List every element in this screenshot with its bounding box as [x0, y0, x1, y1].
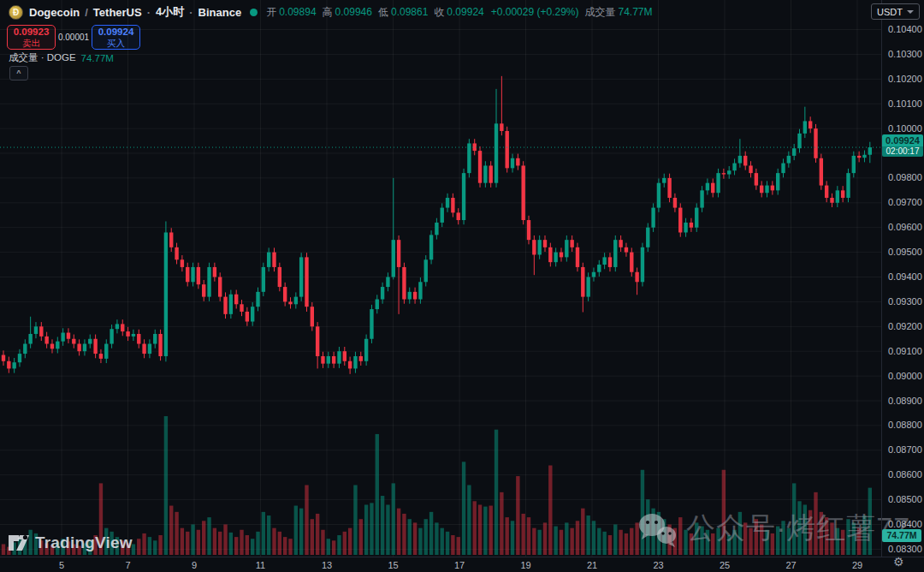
currency-toggle-button[interactable]: USDT: [871, 3, 920, 20]
symbol-title[interactable]: Dogecoin / TetherUS · 4小时 · Binance: [29, 4, 241, 20]
price-axis-label: 0.08800: [888, 420, 922, 430]
time-axis-label: 7: [125, 560, 130, 570]
price-axis-label: 0.08500: [888, 494, 922, 504]
price-axis-label: 0.09600: [888, 222, 922, 232]
tradingview-logo[interactable]: TradingView: [8, 533, 133, 553]
time-axis-label: 13: [322, 560, 332, 570]
header-volume: 成交量 74.77M: [585, 5, 653, 20]
sell-button[interactable]: 0.09923 卖出: [7, 25, 56, 50]
indicator-value: 74.77M: [81, 53, 114, 63]
volume-axis-badge: 74.77M: [882, 529, 921, 542]
time-axis-label: 5: [59, 560, 64, 570]
time-axis-label: 15: [388, 560, 398, 570]
price-axis-label: 0.09300: [888, 296, 922, 307]
symbol-header[interactable]: Ð Dogecoin / TetherUS · 4小时 · Binance 开 …: [9, 4, 653, 20]
last-price-value: 0.09924: [882, 134, 923, 146]
time-axis-label: 17: [454, 560, 465, 570]
price-axis-label: 0.09500: [888, 247, 922, 257]
time-axis-label: 9: [192, 560, 197, 570]
ohlc-high: 高 0.09946: [323, 5, 372, 20]
time-axis-label: 19: [520, 560, 530, 570]
volume-indicator-legend[interactable]: 成交量 · DOGE 74.77M: [9, 51, 114, 64]
time-axis[interactable]: 57911131517192123252729: [0, 557, 924, 572]
price-axis-label: 0.08900: [888, 396, 922, 406]
price-axis-label: 0.09000: [888, 371, 922, 381]
watermark: 公众号·烤红薯77: [635, 509, 910, 548]
time-axis-label: 25: [720, 560, 730, 570]
spread-value: 0.00001: [56, 33, 92, 42]
price-axis-label: 0.08700: [888, 444, 922, 455]
tradingview-logo-icon: [8, 533, 30, 553]
time-axis-label: 11: [256, 560, 265, 570]
time-axis-label: 23: [653, 560, 663, 570]
price-axis-label: 0.09400: [888, 271, 922, 282]
last-price-badge: 0.09924 02:00:17: [882, 134, 923, 157]
price-axis-label: 0.09200: [888, 321, 922, 331]
price-axis-label: 0.10400: [888, 24, 922, 34]
price-change: +0.00029 (+0.29%): [491, 6, 579, 18]
price-axis-label: 0.08300: [888, 544, 922, 554]
time-axis-label: 29: [852, 560, 862, 570]
market-status-icon: [250, 9, 258, 16]
tradingview-logo-text: TradingView: [35, 533, 133, 552]
price-axis-label: 0.09800: [888, 172, 922, 182]
chevron-down-icon: [907, 10, 914, 14]
candlestick-chart[interactable]: [0, 0, 924, 572]
indicator-name: 成交量 · DOGE: [9, 51, 76, 64]
price-axis-label: 0.10300: [888, 49, 922, 59]
time-axis-label: 21: [587, 560, 597, 570]
price-axis-label: 0.08400: [888, 519, 922, 529]
buy-button[interactable]: 0.09924 买入: [92, 25, 140, 50]
trade-panel: 0.09923 卖出 0.00001 0.09924 买入: [7, 25, 140, 50]
interval-label[interactable]: 4小时: [156, 4, 184, 20]
axis-settings-icon[interactable]: ⚙: [893, 555, 904, 569]
price-axis-label: 0.10200: [888, 74, 922, 84]
price-axis-label: 0.09100: [888, 346, 922, 356]
time-axis-label: 27: [785, 560, 796, 570]
price-axis-label: 0.08600: [888, 469, 922, 480]
wechat-icon: [635, 509, 679, 547]
price-axis-label: 0.10100: [888, 98, 922, 109]
ohlc-close: 收 0.09924: [434, 5, 483, 20]
price-axis-label: 0.10000: [888, 123, 922, 134]
ohlc-open: 开 0.09894: [266, 5, 316, 20]
watermark-text: 公众号·烤红薯77: [686, 509, 910, 548]
collapse-pane-button[interactable]: ^: [9, 66, 28, 80]
bar-countdown: 02:00:17: [882, 146, 923, 157]
exchange-label: Binance: [198, 6, 242, 19]
price-axis[interactable]: 0.104000.103000.102000.101000.100000.098…: [881, 0, 924, 557]
dogecoin-icon: Ð: [9, 5, 23, 20]
ohlc-low: 低 0.09861: [378, 5, 428, 20]
price-axis-label: 0.09700: [888, 197, 922, 207]
tradingview-chart-app: 公众号·烤红薯77 TradingView 0.104000.103000.10…: [0, 0, 924, 572]
